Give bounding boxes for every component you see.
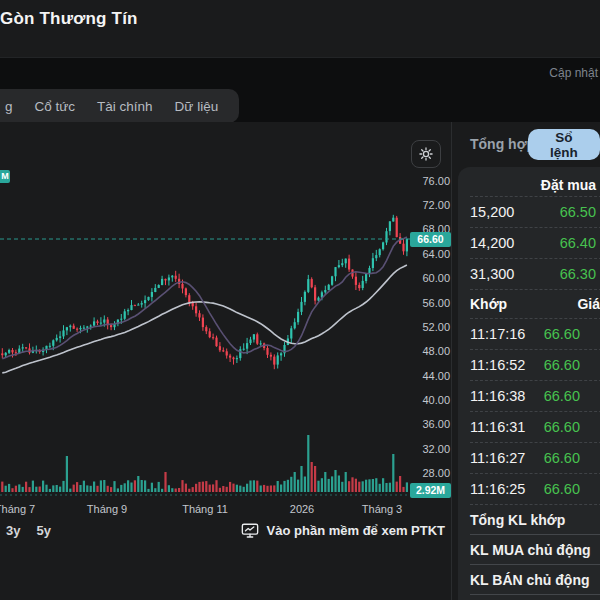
- last-price-badge: 66.60: [410, 232, 451, 247]
- match-price: 66.60: [544, 326, 580, 342]
- match-time: 11:16:27: [470, 450, 525, 466]
- order-quantity: 14,200: [470, 235, 514, 251]
- order-price: 66.50: [560, 204, 596, 220]
- y-axis-tick: 36.00: [406, 418, 450, 430]
- match-price: 66.60: [544, 481, 580, 497]
- y-axis-tick: 60.00: [406, 272, 450, 284]
- y-axis-tick: 56.00: [406, 297, 450, 309]
- x-axis-tick: Tháng 3: [362, 503, 402, 515]
- y-axis-tick: 48.00: [406, 345, 450, 357]
- y-axis-tick: 44.00: [406, 370, 450, 382]
- summary-row: Tổng KL khớp: [470, 505, 600, 535]
- match-rows: 11:17:1666.6011:16:5266.6011:16:3866.601…: [470, 319, 600, 505]
- title-bar: Gòn Thương Tín: [0, 0, 600, 57]
- y-axis-tick: 40.00: [406, 394, 450, 406]
- order-panel-section: Tổng hợp Sổ lệnh Đặt mua 15,20066.5014,2…: [452, 122, 600, 600]
- match-time: 11:16:25: [470, 481, 525, 497]
- match-time: 11:16:38: [470, 388, 525, 404]
- subheader-bar: Cập nhật gCổ tứcTài chínhDữ liệu: [0, 57, 600, 122]
- match-time: 11:17:16: [470, 326, 525, 342]
- match-price: 66.60: [544, 450, 580, 466]
- match-time: 11:16:52: [470, 357, 525, 373]
- y-axis-tick: 72.00: [406, 199, 450, 211]
- volume-badge: 2.92M: [410, 483, 451, 498]
- monitor-chart-icon: [241, 522, 259, 539]
- summary-row: KL BÁN chủ động: [470, 565, 600, 595]
- candles-layer: [1, 215, 408, 369]
- tab-item-0[interactable]: g: [0, 99, 24, 114]
- order-quantity: 15,200: [470, 204, 514, 220]
- match-price: 66.60: [544, 388, 580, 404]
- buy-rows: 15,20066.5014,20066.4031,30066.30: [470, 197, 600, 290]
- buy-order-row[interactable]: 14,20066.40: [470, 228, 600, 259]
- order-quantity: 31,300: [470, 266, 514, 282]
- y-axis-tick: 64.00: [406, 248, 450, 260]
- x-axis-tick: Tháng 11: [182, 503, 228, 515]
- tab-order-book[interactable]: Sổ lệnh: [528, 129, 600, 160]
- match-row: 11:17:1666.60: [470, 319, 600, 350]
- match-row: 11:16:3166.60: [470, 412, 600, 443]
- match-price-header: Giá: [577, 296, 600, 312]
- tab-item-2[interactable]: Tài chính: [86, 99, 164, 114]
- left-edge-label-fragment: M: [0, 170, 10, 183]
- chart-settings-button[interactable]: [411, 140, 441, 168]
- range-button-5y[interactable]: 5y: [36, 523, 50, 538]
- summary-row: KL MUA chủ động: [470, 535, 600, 565]
- range-button-3y[interactable]: 3y: [6, 523, 20, 538]
- match-row: 11:16:2566.60: [470, 474, 600, 505]
- tab-bar: gCổ tứcTài chínhDữ liệu: [0, 89, 239, 123]
- main-content: 76.0072.0068.0064.0060.0056.0052.0048.00…: [0, 122, 600, 600]
- match-price: 66.60: [544, 419, 580, 435]
- match-row: 11:16:2766.60: [470, 443, 600, 474]
- ptkt-link[interactable]: Vào phần mềm để xem PTKT: [241, 522, 445, 539]
- summary-label: KL BÁN chủ động: [470, 572, 590, 588]
- volume-layer: [1, 435, 408, 492]
- order-price: 66.30: [560, 266, 596, 282]
- ma-fast-line: [2, 237, 407, 359]
- tab-item-1[interactable]: Cổ tức: [24, 99, 87, 114]
- match-time-header: Khớp: [470, 296, 507, 312]
- buy-order-row[interactable]: 31,30066.30: [470, 259, 600, 290]
- match-time: 11:16:31: [470, 419, 525, 435]
- y-axis-tick: 52.00: [406, 321, 450, 333]
- match-header: Khớp Giá: [470, 290, 600, 319]
- buy-order-row[interactable]: 15,20066.50: [470, 197, 600, 228]
- ptkt-link-label: Vào phần mềm để xem PTKT: [267, 523, 445, 538]
- gear-icon: [418, 146, 434, 162]
- x-axis-tick: Tháng 7: [0, 503, 35, 515]
- order-price: 66.40: [560, 235, 596, 251]
- match-price: 66.60: [544, 357, 580, 373]
- tab-item-3[interactable]: Dữ liệu: [164, 99, 230, 114]
- y-axis-tick: 76.00: [406, 175, 450, 187]
- update-status: Cập nhật: [549, 66, 598, 80]
- x-axis-tick: 2026: [290, 503, 314, 515]
- y-axis-tick: 28.00: [406, 467, 450, 479]
- summary-label: Tổng KL khớp: [470, 512, 565, 528]
- order-book-panel: Đặt mua 15,20066.5014,20066.4031,30066.3…: [458, 167, 600, 600]
- match-row: 11:16:3866.60: [470, 381, 600, 412]
- range-buttons: 3y5y: [6, 523, 51, 538]
- summary-label: KL MUA chủ động: [470, 542, 591, 558]
- y-axis-tick: 32.00: [406, 443, 450, 455]
- chart-section: 76.0072.0068.0064.0060.0056.0052.0048.00…: [0, 122, 451, 600]
- page-title: Gòn Thương Tín: [0, 0, 600, 29]
- buy-column-header: Đặt mua: [470, 167, 600, 197]
- match-row: 11:16:5266.60: [470, 350, 600, 381]
- summary-rows: Tổng KL khớpKL MUA chủ độngKL BÁN chủ độ…: [470, 505, 600, 595]
- x-axis-tick: Tháng 9: [87, 503, 127, 515]
- ma-slow-line: [2, 265, 407, 373]
